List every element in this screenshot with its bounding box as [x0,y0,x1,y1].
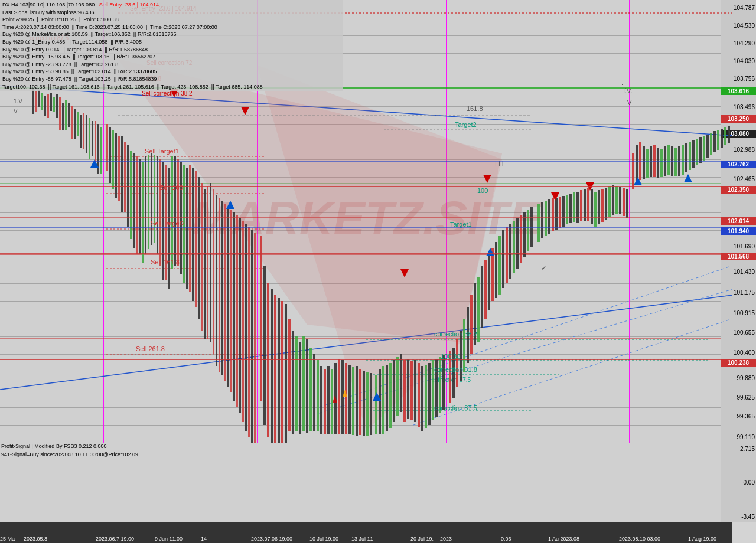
svg-rect-39 [151,153,152,245]
time-axis: 25 Ma 2023.05.3 2023.06.7 19:00 9 Jun 11… [0,522,732,543]
svg-rect-103 [359,369,361,435]
svg-rect-145 [513,221,515,273]
svg-rect-192 [685,143,687,172]
svg-rect-112 [393,360,395,422]
svg-rect-120 [421,366,423,431]
svg-rect-135 [477,277,480,342]
svg-rect-114 [400,354,402,412]
svg-rect-69 [239,218,241,413]
svg-rect-102 [356,366,358,436]
svg-rect-138 [488,254,490,310]
svg-rect-1 [35,91,37,112]
level-line-100238 [0,359,732,360]
indicator-labels: Profit-Signal | Modified By FSB3 0.212 0… [1,443,138,459]
svg-rect-150 [530,207,533,247]
svg-rect-122 [428,363,431,425]
svg-rect-131 [463,319,465,372]
svg-rect-90 [313,354,315,431]
svg-rect-116 [407,359,409,419]
price-104030: 104.030 [734,58,755,64]
svg-rect-158 [562,196,565,227]
ind-price-0: 0.00 [744,479,755,486]
svg-rect-5 [47,94,49,118]
ind-label1: Profit-Signal | Modified By FSB3 0.212 0… [1,443,138,451]
svg-rect-8 [56,94,58,118]
info-line5: Buy %20 @ Market/lca or at: 100.59 || Ta… [2,31,340,38]
svg-rect-204 [728,126,730,143]
price-99365: 99.365 [737,413,755,420]
svg-rect-110 [386,365,388,431]
svg-rect-17 [83,113,84,149]
info-line11: Buy %20 @ Entry:-88 97.478 || Target:103… [2,76,340,83]
svg-rect-101 [352,367,354,435]
ind-price-2715: 2.715 [740,446,755,452]
label-v-text: V [627,99,632,106]
svg-rect-20 [92,121,93,156]
svg-rect-184 [657,148,659,178]
svg-rect-14 [74,109,76,139]
svg-rect-137 [484,260,487,319]
svg-rect-119 [418,363,420,427]
svg-rect-27 [115,133,117,198]
svg-rect-81 [281,301,284,443]
svg-rect-104 [363,371,365,436]
price-100915: 100.915 [734,310,755,316]
svg-rect-141 [498,236,501,295]
price-101690: 101.690 [734,243,755,250]
candles-section6 [537,185,628,242]
svg-rect-87 [302,336,305,431]
svg-rect-54 [195,171,197,307]
svg-rect-41 [157,156,158,254]
sell-100-text: Sell 100 [159,184,183,191]
corr-38-text: correction 38.2 [434,331,477,338]
time-jun14: 14 [201,536,207,542]
level-line-101940 [0,227,732,228]
svg-rect-66 [230,210,232,392]
svg-rect-159 [566,195,568,224]
svg-rect-92 [320,366,322,434]
corr-61-text: correction 61.8 [434,366,477,373]
time-aug1: 1 Au 2023.08 [548,536,579,542]
price-104290: 104.290 [734,40,755,47]
info-line12: Target100: 102.38 || Target 161: 103.616… [2,83,340,91]
svg-rect-115 [403,360,406,422]
info-line1: DX.H4 103|90 10|.110 103.|70 103.080 Sel… [2,1,340,9]
time-jun9: 9 Jun 11:00 [155,536,183,542]
svg-rect-24 [106,124,108,171]
svg-rect-59 [210,183,211,342]
svg-rect-97 [338,359,340,434]
svg-rect-98 [341,360,344,434]
svg-rect-177 [632,153,634,189]
sell-261-text: Sell 261.8 [136,345,165,352]
svg-rect-74 [254,233,256,443]
svg-rect-84 [292,331,294,434]
svg-rect-203 [724,127,726,145]
svg-rect-198 [706,135,709,158]
price-104530: 104.530 [734,22,755,29]
svg-rect-148 [523,212,526,257]
svg-rect-83 [288,319,291,431]
level-line-102350 [0,186,732,187]
svg-rect-10 [62,103,64,130]
price-99880: 99.880 [737,375,755,381]
svg-rect-15 [77,112,79,136]
price-104787: 104.787 [734,5,755,11]
svg-rect-152 [541,202,543,238]
fib-161-text: 161.8 [467,105,483,112]
time-aug-end: 1 Aug 19:00 [688,536,716,542]
svg-rect-154 [548,199,550,234]
svg-rect-42 [159,159,161,266]
svg-rect-175 [623,188,625,216]
svg-rect-60 [213,189,214,354]
svg-rect-94 [327,366,330,434]
time-jun7: 2023.06.7 19:00 [96,536,134,542]
svg-rect-34 [136,156,138,254]
svg-rect-57 [204,189,206,339]
ind-label2: 941-Signal=Buy since:2023.08.10 11:00:00… [1,451,138,459]
svg-rect-35 [139,159,141,254]
svg-rect-176 [626,189,628,218]
svg-rect-93 [324,369,326,434]
price-101430: 101.430 [734,269,755,275]
svg-rect-49 [180,162,182,274]
svg-rect-108 [379,369,381,434]
